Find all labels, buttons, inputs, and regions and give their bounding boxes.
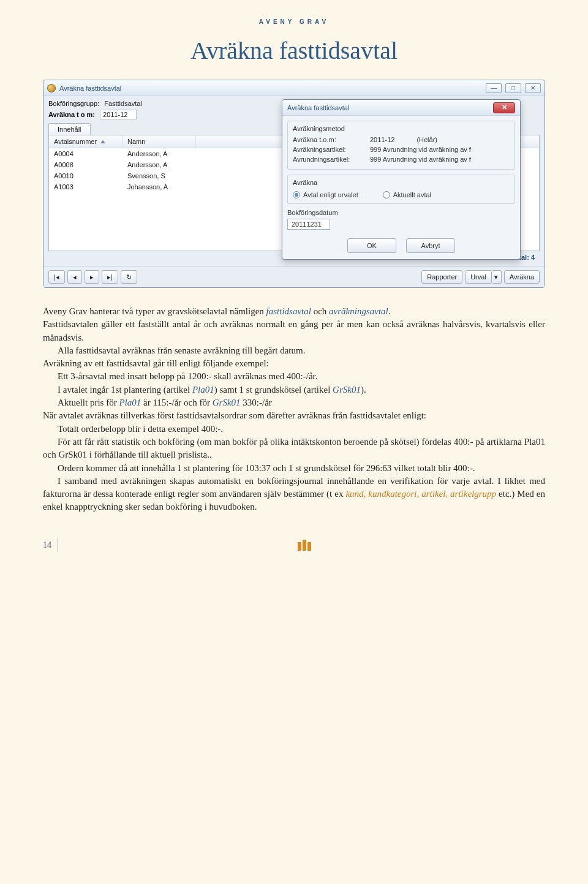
footer: 14 xyxy=(43,538,545,552)
urval-button[interactable]: Urval xyxy=(465,270,492,284)
avrakna-tom-val: 2011-12 xyxy=(370,136,394,143)
radio-avtal-urvalet[interactable]: Avtal enligt urvalet xyxy=(293,191,358,198)
logo-icon xyxy=(298,540,311,551)
group-avrakningsmetod: Avräkningsmetod Avräkna t.o.m: 2011-12 (… xyxy=(287,121,515,170)
header-small: AVENY GRAV xyxy=(43,18,545,25)
avrakningsartikel-val: 999 Avrundning vid avräkning av f xyxy=(370,146,510,153)
minimize-button[interactable]: — xyxy=(486,83,502,93)
avrakningsartikel-lbl: Avräkningsartikel: xyxy=(293,146,366,153)
dialog-close-button[interactable]: ✕ xyxy=(493,102,515,113)
term-kund-etc: kund, kundkategori, artikel, artikelgrup… xyxy=(345,489,496,499)
dialog-avrakna: Avräkna fasttidsavtal ✕ Avräkningsmetod … xyxy=(282,99,521,260)
page-title: Avräkna fasttidsavtal xyxy=(43,36,545,65)
app-icon xyxy=(47,84,56,93)
rapporter-button[interactable]: Rapporter xyxy=(421,270,462,284)
page-number: 14 xyxy=(43,540,51,550)
nav-refresh-button[interactable]: ↻ xyxy=(121,270,137,284)
radio-on-icon xyxy=(293,191,300,198)
ok-button[interactable]: OK xyxy=(347,238,396,253)
term-pla01: Pla01 xyxy=(192,385,214,395)
group-avrakna: Avräkna Avtal enligt urvalet Aktuellt av… xyxy=(287,175,515,204)
close-button[interactable]: ✕ xyxy=(525,83,541,93)
avrundningsartikel-val: 999 Avrundning vid avräkning av f xyxy=(370,156,510,163)
maximize-button[interactable]: □ xyxy=(505,83,521,93)
bokforingsdatum-label: Bokföringsdatum xyxy=(287,209,515,216)
urval-dropdown-button[interactable]: ▾ xyxy=(492,270,502,284)
avrakna-button[interactable]: Avräkna xyxy=(504,270,540,284)
col-avtalsnummer[interactable]: Avtalsnummer xyxy=(49,135,123,148)
avrundningsartikel-lbl: Avrundningsartikel: xyxy=(293,156,366,163)
group-title: Avräkningsmetod xyxy=(293,125,510,132)
group-title: Avräkna xyxy=(293,179,510,186)
avrakna-tom-lbl: Avräkna t.o.m: xyxy=(293,136,366,143)
avrakna-tom-value[interactable]: 2011-12 xyxy=(100,110,137,119)
nav-first-button[interactable]: |◂ xyxy=(48,270,65,284)
term-grsk01: GrSk01 xyxy=(333,385,361,395)
radio-off-icon xyxy=(383,191,390,198)
body-text: Aveny Grav hanterar två typer av gravskö… xyxy=(43,305,545,514)
term-fasttidsavtal: fasttidsavtal xyxy=(266,306,311,316)
nav-last-button[interactable]: ▸| xyxy=(102,270,118,284)
radio-aktuellt-avtal[interactable]: Aktuellt avtal xyxy=(383,191,431,198)
window-titlebar: Avräkna fasttidsavtal — □ ✕ xyxy=(43,80,545,96)
bookgroup-value: Fasttidsavtal xyxy=(104,100,142,107)
tab-innehall[interactable]: Innehåll xyxy=(48,123,91,135)
col-namn[interactable]: Namn xyxy=(123,135,196,148)
window-title: Avräkna fasttidsavtal xyxy=(59,85,486,92)
term-avrakningsavtal: avräkningsavtal xyxy=(329,306,388,316)
nav-prev-button[interactable]: ◂ xyxy=(67,270,82,284)
cancel-button[interactable]: Avbryt xyxy=(406,238,455,253)
nav-next-button[interactable]: ▸ xyxy=(85,270,99,284)
avrakna-tom-label: Avräkna t o m: xyxy=(48,111,95,118)
bokforingsdatum-input[interactable]: 20111231 xyxy=(287,219,330,230)
sort-asc-icon xyxy=(100,140,105,143)
bookgroup-label: Bokföringsgrupp: xyxy=(48,100,99,107)
footer-divider xyxy=(58,538,58,552)
screenshot: Avräkna fasttidsavtal — □ ✕ Bokföringsgr… xyxy=(43,80,545,288)
dialog-title: Avräkna fasttidsavtal xyxy=(287,104,493,111)
avrakna-tom-extra: (Helår) xyxy=(417,136,437,143)
